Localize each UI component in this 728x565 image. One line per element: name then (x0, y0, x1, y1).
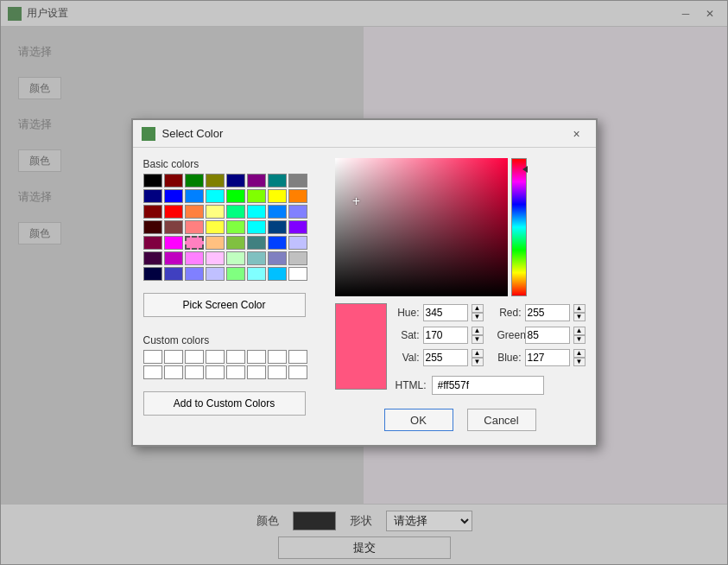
basic-color-cell[interactable] (185, 189, 204, 203)
basic-color-cell[interactable] (206, 189, 225, 203)
basic-color-cell[interactable] (164, 267, 183, 281)
basic-color-cell[interactable] (268, 251, 287, 265)
basic-color-cell[interactable] (164, 220, 183, 234)
basic-color-cell[interactable] (185, 251, 204, 265)
basic-color-cell[interactable] (185, 220, 204, 234)
cancel-button[interactable]: Cancel (467, 409, 536, 431)
custom-color-cell[interactable] (288, 365, 307, 379)
basic-color-cell[interactable] (247, 174, 266, 187)
hue-down[interactable]: ▼ (472, 313, 484, 321)
ok-button[interactable]: OK (384, 409, 453, 431)
custom-color-cell[interactable] (185, 365, 204, 379)
basic-colors-section: Basic colors (143, 158, 325, 281)
custom-color-cell[interactable] (143, 350, 162, 364)
basic-color-cell[interactable] (226, 236, 245, 250)
basic-color-cell[interactable] (288, 236, 307, 250)
basic-color-cell[interactable] (247, 251, 266, 265)
basic-color-cell[interactable] (206, 220, 225, 234)
html-input[interactable] (432, 376, 544, 395)
custom-color-cell[interactable] (288, 350, 307, 364)
green-input[interactable] (525, 327, 570, 344)
dialog-overlay: Select Color × Basic colors Pick Screen … (1, 1, 727, 564)
basic-color-cell[interactable] (226, 174, 245, 187)
basic-color-cell[interactable] (288, 251, 307, 265)
basic-color-cell[interactable] (247, 236, 266, 250)
basic-color-cell[interactable] (268, 205, 287, 219)
sat-up[interactable]: ▲ (472, 327, 484, 335)
hue-input[interactable] (423, 304, 468, 321)
custom-color-cell[interactable] (226, 350, 245, 364)
basic-color-cell[interactable] (185, 205, 204, 219)
custom-color-cell[interactable] (164, 350, 183, 364)
basic-color-cell[interactable] (226, 267, 245, 281)
basic-color-cell[interactable] (288, 174, 307, 187)
basic-color-cell[interactable] (247, 205, 266, 219)
basic-color-cell[interactable] (268, 220, 287, 234)
basic-color-cell[interactable] (288, 267, 307, 281)
blue-up[interactable]: ▲ (573, 349, 586, 358)
basic-color-cell[interactable] (268, 236, 287, 250)
custom-color-cell[interactable] (164, 365, 183, 379)
green-up[interactable]: ▲ (573, 327, 586, 335)
basic-color-cell[interactable] (247, 189, 266, 203)
sat-input[interactable] (423, 327, 468, 344)
blue-input[interactable] (525, 349, 570, 366)
custom-color-cell[interactable] (206, 350, 225, 364)
basic-color-cell[interactable] (164, 205, 183, 219)
color-gradient[interactable]: + (335, 158, 508, 296)
val-input[interactable] (423, 349, 468, 366)
basic-color-cell[interactable] (185, 236, 204, 250)
dialog-close-button[interactable]: × (567, 125, 587, 143)
custom-color-cell[interactable] (268, 350, 287, 364)
basic-color-cell[interactable] (226, 251, 245, 265)
basic-color-cell[interactable] (206, 205, 225, 219)
basic-color-cell[interactable] (268, 174, 287, 187)
basic-color-cell[interactable] (143, 189, 162, 203)
custom-color-cell[interactable] (226, 365, 245, 379)
custom-color-cell[interactable] (143, 365, 162, 379)
val-up[interactable]: ▲ (472, 349, 484, 358)
basic-color-cell[interactable] (206, 236, 225, 250)
basic-color-cell[interactable] (143, 251, 162, 265)
basic-color-cell[interactable] (164, 236, 183, 250)
custom-color-cell[interactable] (268, 365, 287, 379)
basic-color-cell[interactable] (288, 220, 307, 234)
basic-color-cell[interactable] (288, 189, 307, 203)
basic-color-cell[interactable] (143, 220, 162, 234)
basic-color-cell[interactable] (268, 267, 287, 281)
custom-color-cell[interactable] (247, 365, 266, 379)
basic-color-cell[interactable] (247, 267, 266, 281)
basic-color-cell[interactable] (288, 205, 307, 219)
basic-color-cell[interactable] (247, 220, 266, 234)
basic-color-cell[interactable] (226, 220, 245, 234)
val-down[interactable]: ▼ (472, 358, 484, 366)
basic-color-cell[interactable] (185, 174, 204, 187)
basic-color-cell[interactable] (185, 267, 204, 281)
basic-color-cell[interactable] (164, 251, 183, 265)
basic-color-cell[interactable] (143, 236, 162, 250)
green-down[interactable]: ▼ (573, 335, 586, 344)
basic-color-cell[interactable] (143, 267, 162, 281)
basic-color-cell[interactable] (143, 174, 162, 187)
basic-color-cell[interactable] (143, 205, 162, 219)
add-custom-button[interactable]: Add to Custom Colors (143, 391, 306, 416)
red-down[interactable]: ▼ (573, 313, 586, 321)
basic-color-cell[interactable] (268, 189, 287, 203)
custom-color-cell[interactable] (247, 350, 266, 364)
basic-color-cell[interactable] (164, 189, 183, 203)
basic-color-cell[interactable] (206, 174, 225, 187)
blue-down[interactable]: ▼ (573, 358, 586, 366)
basic-color-cell[interactable] (206, 251, 225, 265)
basic-color-cell[interactable] (226, 189, 245, 203)
custom-color-cell[interactable] (185, 350, 204, 364)
basic-color-cell[interactable] (226, 205, 245, 219)
basic-color-cell[interactable] (164, 174, 183, 187)
pick-screen-button[interactable]: Pick Screen Color (143, 293, 306, 317)
sat-down[interactable]: ▼ (472, 335, 484, 344)
red-up[interactable]: ▲ (573, 304, 586, 313)
custom-color-cell[interactable] (206, 365, 225, 379)
red-input[interactable] (525, 304, 570, 321)
hue-strip[interactable] (511, 158, 527, 296)
basic-color-cell[interactable] (206, 267, 225, 281)
hue-up[interactable]: ▲ (472, 304, 484, 313)
